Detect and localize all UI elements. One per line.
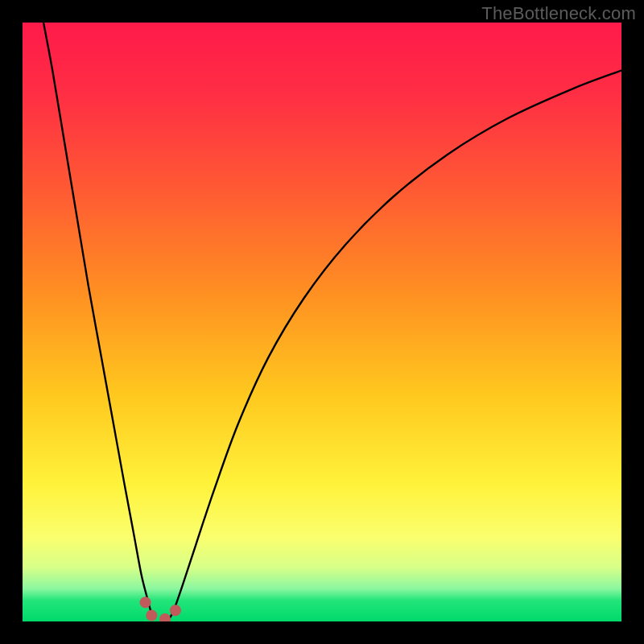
chart-frame [23, 23, 621, 621]
gradient-background [23, 23, 621, 621]
watermark-text: TheBottleneck.com [481, 3, 636, 24]
bottleneck-plot [23, 23, 621, 621]
